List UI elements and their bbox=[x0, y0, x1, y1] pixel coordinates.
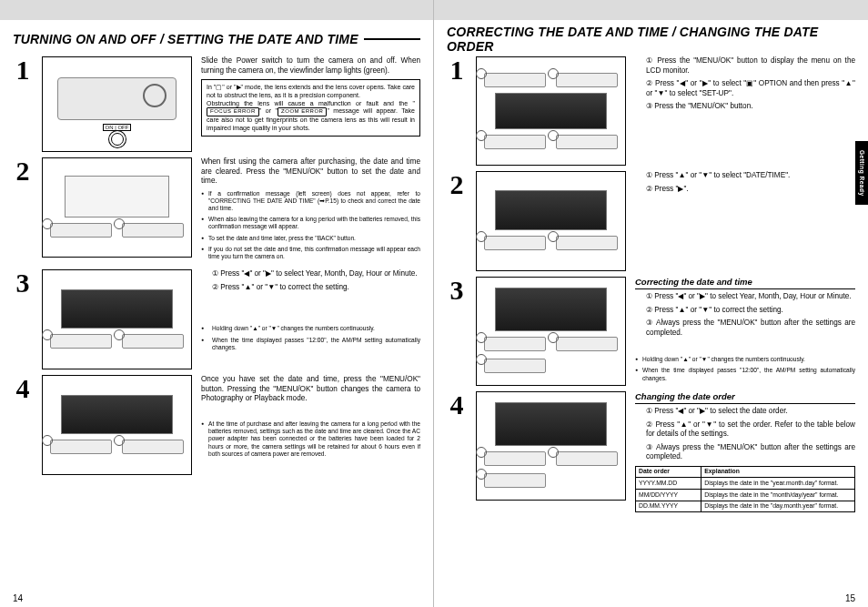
dpad-icon bbox=[556, 451, 617, 466]
menu-ok-button-icon bbox=[122, 440, 183, 454]
lcd-screen bbox=[495, 190, 606, 229]
table-cell: DD.MM.YYYY bbox=[636, 501, 701, 512]
date-order-table: Date order Explanation YYYY.MM.DD Displa… bbox=[635, 466, 855, 513]
title-rule bbox=[364, 38, 420, 40]
step-figure bbox=[42, 269, 192, 369]
step-number: 4 bbox=[447, 391, 467, 419]
step-2-right: 2 ① Press "▲" or "▼" to select "DATE/TIM… bbox=[447, 171, 855, 271]
dpad-r-icon bbox=[556, 236, 617, 250]
lcd-screen bbox=[61, 289, 172, 329]
enum-line: ① Press "◀" or "▶" to select the date or… bbox=[635, 407, 855, 417]
enum-line: ① Press "▲" or "▼" to select "DATE/TIME"… bbox=[635, 171, 855, 181]
footnotes: At the time of purchase and after leavin… bbox=[201, 420, 420, 458]
step-number: 1 bbox=[13, 56, 33, 84]
enum-line: ① Press "◀" or "▶" to select Year, Month… bbox=[635, 292, 855, 302]
table-cell: Displays the date in the "year.month.day… bbox=[701, 478, 855, 490]
step-1-right: 1 ① Press the "MENU/OK" button to displa… bbox=[447, 56, 855, 166]
table-cell: MM/DD/YYYY bbox=[636, 490, 701, 501]
dpad-icon bbox=[556, 73, 617, 87]
dpad-icon bbox=[484, 359, 545, 373]
enum-line: ① Press "◀" or "▶" to select Year, Month… bbox=[201, 269, 420, 279]
lcd-screen bbox=[495, 93, 606, 129]
step-body: Once you have set the date and time, pre… bbox=[201, 375, 420, 404]
footnotes: Holding down "▲" or "▼" changes the numb… bbox=[635, 356, 855, 382]
menu-ok-button-icon bbox=[122, 223, 183, 238]
back-button-icon bbox=[50, 223, 111, 238]
step-figure bbox=[476, 277, 626, 386]
step-text: Correcting the date and time ① Press "◀"… bbox=[635, 277, 855, 386]
lcd-screen bbox=[61, 395, 172, 434]
footnote: Holding down "▲" or "▼" changes the numb… bbox=[201, 325, 420, 332]
step-3-right: 3 Correcting the date and time ① Press "… bbox=[447, 277, 855, 386]
step-number: 2 bbox=[447, 171, 467, 198]
lcd-screen bbox=[495, 288, 606, 330]
subheading: Changing the date order bbox=[635, 391, 855, 404]
content-right: 1 ① Press the "MENU/OK" button to displa… bbox=[447, 56, 855, 512]
step-figure bbox=[476, 171, 626, 271]
table-row: YYYY.MM.DD Displays the date in the "yea… bbox=[636, 478, 855, 490]
dpad-icon bbox=[484, 337, 545, 351]
table-header: Explanation bbox=[701, 466, 855, 478]
dpad-ud-icon bbox=[484, 236, 545, 250]
on-off-label: ON | OFF bbox=[103, 124, 132, 131]
top-grey-band bbox=[0, 0, 433, 20]
footnote: If you do not set the date and time, thi… bbox=[201, 246, 420, 260]
step-text: ① Press "◀" or "▶" to select Year, Month… bbox=[201, 269, 420, 355]
title-bar-right: CORRECTING THE DATE AND TIME / CHANGING … bbox=[447, 27, 855, 51]
step-number: 2 bbox=[13, 157, 33, 185]
step-number: 4 bbox=[13, 375, 33, 402]
step-text: Changing the date order ① Press "◀" or "… bbox=[635, 391, 855, 512]
footnotes: Holding down "▲" or "▼" changes the numb… bbox=[201, 325, 420, 351]
step-text: Once you have set the date and time, pre… bbox=[201, 375, 420, 461]
enum-line: ③ Always press the "MENU/OK" button afte… bbox=[635, 319, 855, 338]
subheading: Correcting the date and time bbox=[635, 277, 855, 289]
footnote: If a confirmation message (left screen) … bbox=[201, 190, 420, 213]
step-1-left: 1 ON | OFF Slide the Power switch to tur… bbox=[13, 56, 420, 152]
enum-line: ② Press "▲" or "▼" to set the order. Ref… bbox=[635, 420, 855, 440]
enum-line: ③ Press the "MENU/OK" button. bbox=[635, 102, 855, 112]
step-text: ① Press the "MENU/OK" button to display … bbox=[635, 56, 855, 116]
footnote: Holding down "▲" or "▼" changes the numb… bbox=[635, 356, 855, 363]
page-title-right: CORRECTING THE DATE AND TIME / CHANGING … bbox=[447, 25, 850, 54]
step-figure bbox=[476, 391, 626, 501]
dpad-ud-icon bbox=[122, 334, 183, 349]
dpad-icon bbox=[556, 135, 617, 149]
table-row: DD.MM.YYYY Displays the date in the "day… bbox=[636, 501, 855, 512]
step-figure bbox=[42, 157, 192, 258]
step-text: When first using the camera after purcha… bbox=[201, 157, 420, 264]
caution-note: In "▢" or "▶" mode, the lens extends and… bbox=[201, 79, 420, 137]
lcd-screen bbox=[495, 402, 606, 445]
dpad-icon bbox=[556, 337, 617, 351]
dpad-icon bbox=[484, 451, 545, 466]
enum-line: ② Press "▶". bbox=[635, 185, 855, 195]
step-figure: ON | OFF bbox=[42, 56, 192, 152]
back-button-icon bbox=[50, 440, 111, 454]
step-number: 1 bbox=[447, 56, 467, 84]
table-cell: Displays the date in the "day.month.year… bbox=[701, 501, 855, 512]
page-number-right: 15 bbox=[845, 593, 855, 603]
step-figure bbox=[476, 56, 626, 166]
section-tab: Getting Ready bbox=[855, 141, 868, 205]
footnote: When also leaving the camera for a long … bbox=[201, 216, 420, 230]
step-3-left: 3 ① Press "◀" or "▶" to select Year, Mon… bbox=[13, 269, 420, 369]
page-spread: TURNING ON AND OFF / SETTING THE DATE AN… bbox=[0, 0, 868, 607]
enum-line: ① Press the "MENU/OK" button to display … bbox=[635, 56, 855, 76]
footnote: When the time displayed passes "12:00", … bbox=[635, 367, 855, 381]
step-4-left: 4 Once you have set the date and time, p… bbox=[13, 375, 420, 475]
page-left: TURNING ON AND OFF / SETTING THE DATE AN… bbox=[0, 0, 434, 607]
page-right: Getting Ready CORRECTING THE DATE AND TI… bbox=[434, 0, 868, 607]
dpad-icon bbox=[484, 473, 545, 488]
focus-error-pill: FOCUS ERROR bbox=[207, 107, 259, 116]
footnotes: If a confirmation message (left screen) … bbox=[201, 190, 420, 261]
step-number: 3 bbox=[447, 277, 467, 304]
footnote: When the time displayed passes "12:00", … bbox=[201, 337, 420, 351]
enum-line: ③ Always press the "MENU/OK" button afte… bbox=[635, 443, 855, 462]
footnote: To set the date and time later, press th… bbox=[201, 235, 420, 242]
step-body: When first using the camera after purcha… bbox=[201, 157, 420, 187]
step-number: 3 bbox=[13, 269, 33, 297]
title-bar-left: TURNING ON AND OFF / SETTING THE DATE AN… bbox=[13, 27, 420, 51]
table-cell: Displays the date in the "month/day/year… bbox=[701, 490, 855, 501]
step-text: ① Press "▲" or "▼" to select "DATE/TIME"… bbox=[635, 171, 855, 197]
enum-line: ② Press "▲" or "▼" to correct the settin… bbox=[635, 306, 855, 316]
step-2-left: 2 When first using the camera after purc… bbox=[13, 157, 420, 264]
